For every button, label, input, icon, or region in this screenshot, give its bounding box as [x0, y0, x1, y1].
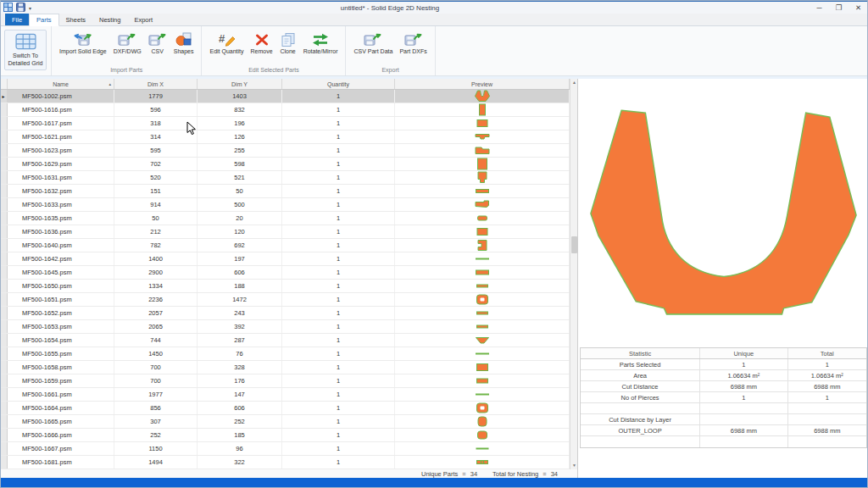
save-icon[interactable]: [16, 3, 25, 14]
dim-x-cell: 50: [114, 212, 198, 225]
table-row[interactable]: MF500-1631.psm5205211: [0, 171, 577, 185]
dim-x-cell: 914: [114, 198, 198, 211]
preview-cell: [395, 239, 570, 252]
part-thumbnail-icon: [474, 239, 491, 252]
tab-file[interactable]: File: [5, 14, 29, 25]
part-thumbnail-icon: [474, 320, 491, 333]
table-row[interactable]: MF500-1629.psm7025981: [0, 158, 577, 171]
table-row[interactable]: MF500-1645.psm29006061: [0, 266, 577, 280]
switch-to-detailed-grid-button[interactable]: Switch To Detailed Grid: [4, 30, 47, 70]
close-button[interactable]: ✕: [849, 3, 868, 12]
row-selector: [0, 266, 8, 279]
stats-cell: Parts Selected: [581, 359, 700, 369]
table-row[interactable]: MF500-1651.psm223614721: [0, 293, 577, 307]
column-header-preview[interactable]: Preview: [395, 79, 570, 89]
csv-part-data-button[interactable]: CSV Part Data: [350, 26, 396, 54]
table-row[interactable]: MF500-1655.psm1450761: [0, 347, 577, 361]
edit-quantity-button[interactable]: #Edit Quantity: [206, 26, 247, 54]
row-selector: [0, 117, 8, 130]
part-thumbnail-icon: [474, 212, 491, 225]
table-row[interactable]: ▸MF500-1002.psm177914031: [0, 90, 577, 103]
table-row[interactable]: MF500-1617.psm3181961: [0, 117, 577, 130]
dim-y-cell: 521: [198, 171, 282, 184]
tab-nesting[interactable]: Nesting: [92, 14, 127, 25]
table-row[interactable]: MF500-1654.psm7442871: [0, 334, 577, 347]
dim-x-cell: 314: [114, 130, 198, 143]
table-row[interactable]: MF500-1666.psm2521851: [0, 429, 577, 442]
dim-x-cell: 744: [114, 334, 198, 347]
part-thumbnail-icon: [474, 334, 491, 347]
scrollbar-down-icon[interactable]: ▼: [570, 462, 578, 469]
remove-button[interactable]: Remove: [248, 26, 276, 54]
column-header-dim-x[interactable]: Dim X: [114, 79, 198, 89]
stats-cell: Area: [581, 370, 700, 380]
scrollbar-thumb[interactable]: [571, 236, 577, 253]
table-row[interactable]: MF500-1667.psm1150961: [0, 442, 577, 456]
rotate-mirror-button[interactable]: Rotate/Mirror: [300, 26, 342, 54]
row-selector: [0, 320, 8, 333]
mouse-cursor: [186, 121, 197, 136]
quantity-cell: 1: [282, 280, 395, 292]
quick-access-dropdown-icon[interactable]: ▾: [29, 5, 31, 11]
table-row[interactable]: MF500-1633.psm9145001: [0, 198, 577, 212]
scrollbar-up-icon[interactable]: ▲: [570, 79, 578, 86]
solid-edge-app-icon[interactable]: [3, 3, 13, 14]
quantity-cell: 1: [282, 374, 395, 387]
tab-export[interactable]: Export: [127, 14, 159, 25]
csv-button[interactable]: CSV: [145, 26, 170, 54]
dim-x-cell: 856: [114, 402, 198, 414]
table-row[interactable]: MF500-1661.psm19771471: [0, 388, 577, 402]
preview-cell: [395, 293, 570, 306]
table-row[interactable]: MF500-1653.psm20653921: [0, 320, 577, 334]
column-header-dim-y[interactable]: Dim Y: [198, 79, 282, 89]
tab-parts[interactable]: Parts: [29, 14, 59, 26]
parts-table: Name▴Dim XDim YQuantityPreview ▸MF500-10…: [0, 79, 577, 478]
stats-row: Cut Distance6988 mm6988 mm: [581, 381, 866, 392]
table-scrollbar[interactable]: ▲ ▼: [570, 79, 577, 469]
table-row[interactable]: MF500-1623.psm5952551: [0, 144, 577, 158]
stats-row: Parts Selected11: [581, 359, 866, 370]
table-row[interactable]: MF500-1664.psm8566061: [0, 402, 577, 415]
table-row[interactable]: MF500-1681.psm14943221: [0, 456, 577, 469]
restore-button[interactable]: ❐: [829, 3, 849, 12]
row-selector: [0, 171, 8, 184]
preview-cell: [395, 374, 570, 387]
column-header-name[interactable]: Name▴: [8, 79, 114, 89]
svg-text:#: #: [219, 32, 225, 45]
table-row[interactable]: MF500-1642.psm14001971: [0, 252, 577, 266]
shapes-button[interactable]: Shapes: [170, 26, 198, 54]
dim-x-cell: 782: [114, 239, 198, 252]
table-row[interactable]: MF500-1665.psm3072521: [0, 415, 577, 429]
table-row[interactable]: MF500-1621.psm3141261: [0, 130, 577, 144]
table-row[interactable]: MF500-1658.psm7003281: [0, 361, 577, 374]
table-row[interactable]: MF500-1632.psm151501: [0, 185, 577, 198]
table-row[interactable]: MF500-1616.psm5968321: [0, 103, 577, 117]
total-for-nesting-label: Total for Nesting: [492, 470, 538, 478]
minimize-button[interactable]: ─: [810, 3, 829, 12]
clone-button[interactable]: Clone: [276, 26, 300, 54]
dxf-dwg-button[interactable]: DXF/DWG: [110, 26, 145, 54]
tab-sheets[interactable]: Sheets: [59, 14, 92, 25]
stats-header-row: StatisticUniqueTotal: [581, 348, 866, 359]
table-row[interactable]: MF500-1650.psm13341881: [0, 280, 577, 293]
rotate-mirror-icon: [311, 30, 330, 48]
import-solid-edge-button[interactable]: Import Solid Edge: [56, 26, 110, 54]
column-header-quantity[interactable]: Quantity: [282, 79, 395, 89]
dim-x-cell: 307: [114, 415, 198, 428]
part-dxfs-button[interactable]: Part DXFs: [396, 26, 430, 54]
ribbon-group-label: Import Parts: [56, 64, 197, 75]
part-name-cell: MF500-1654.psm: [8, 334, 114, 347]
part-thumbnail-icon: [474, 103, 491, 116]
table-row[interactable]: MF500-1636.psm2121201: [0, 225, 577, 239]
table-row[interactable]: MF500-1635.psm50201: [0, 212, 577, 225]
table-row[interactable]: MF500-1640.psm7826921: [0, 239, 577, 252]
table-row[interactable]: MF500-1652.psm20572431: [0, 307, 577, 320]
part-name-cell: MF500-1681.psm: [8, 456, 114, 469]
table-row[interactable]: MF500-1659.psm7001761: [0, 374, 577, 388]
part-thumbnail-icon: [474, 347, 491, 360]
dim-x-cell: 212: [114, 225, 198, 238]
part-name-cell: MF500-1642.psm: [8, 252, 114, 265]
part-name-cell: MF500-1616.psm: [8, 103, 114, 116]
button-label: Clone: [280, 48, 295, 54]
stats-cell: 1: [788, 392, 866, 402]
